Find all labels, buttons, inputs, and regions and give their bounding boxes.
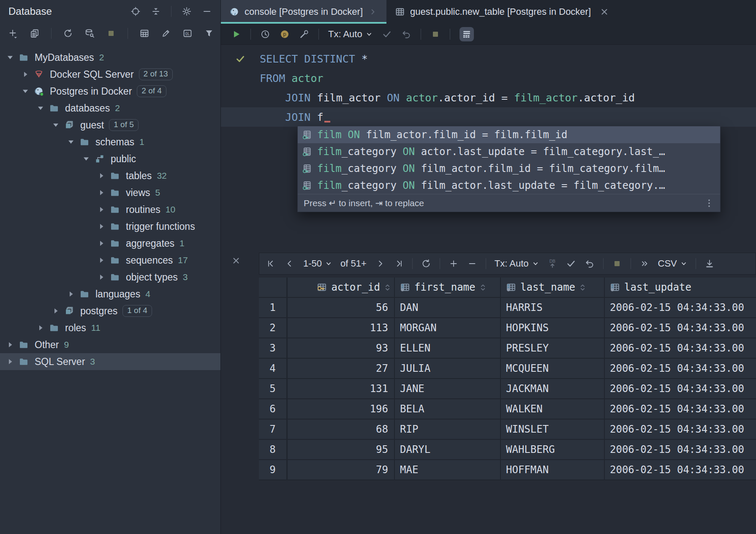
tree-item-public[interactable]: public	[0, 150, 220, 167]
more-options-icon[interactable]	[704, 198, 714, 208]
profile-p-button[interactable]: p	[280, 29, 290, 39]
grid-cell-first_name[interactable]: DAN	[395, 298, 501, 318]
tx-auto-dropdown[interactable]: Tx: Auto	[328, 29, 373, 40]
stop-button[interactable]	[430, 29, 441, 39]
tree-item-routines[interactable]: routines10	[0, 201, 220, 218]
grid-cell-last_name[interactable]: WAHLBERG	[501, 440, 605, 460]
tab-guest-public-new-table-postgres-in-docker[interactable]: guest.public.new_table [Postgres in Dock…	[386, 0, 618, 24]
grid-cell-last_name[interactable]: MCQUEEN	[501, 359, 605, 379]
chevron-right-icon[interactable]	[67, 290, 75, 298]
grid-cell-actor_id[interactable]: 93	[288, 338, 395, 359]
grid-cell-last_update[interactable]: 2006-02-15 04:34:33.00	[605, 440, 756, 460]
tree-item-guest[interactable]: guest1 of 5	[0, 117, 220, 134]
chevron-right-icon[interactable]	[97, 205, 106, 214]
close-results-icon[interactable]	[231, 256, 241, 267]
download-button[interactable]	[704, 259, 715, 269]
column-header-actor_id[interactable]: actor_id	[288, 278, 395, 298]
completion-item[interactable]: film_category ON actor.last_update = fil…	[298, 143, 720, 160]
db-upload-button[interactable]: DB	[547, 259, 557, 269]
prev-button[interactable]	[285, 259, 295, 269]
chevron-right-icon[interactable]	[6, 357, 14, 366]
grid-cell-actor_id[interactable]: 79	[288, 460, 395, 480]
close-tab-icon[interactable]	[599, 7, 609, 17]
grid-cell-actor_id[interactable]: 196	[288, 399, 395, 420]
chevron-right-icon[interactable]	[97, 273, 106, 281]
tree-item-languages[interactable]: languages4	[0, 286, 220, 302]
grid-cell-first_name[interactable]: JULIA	[395, 359, 501, 379]
grid-cell-first_name[interactable]: BELA	[395, 399, 501, 420]
first-button[interactable]	[266, 259, 276, 269]
completion-item[interactable]: film_category ON film_actor.last_update …	[298, 177, 720, 194]
chevron-down-icon[interactable]	[6, 53, 14, 62]
chevron-down-icon[interactable]	[82, 155, 90, 163]
chevrons-right-button[interactable]	[639, 259, 650, 269]
grid-cell-first_name[interactable]: ELLEN	[395, 338, 501, 359]
undo-button[interactable]	[585, 259, 595, 269]
grid-cell-last_name[interactable]: WALKEN	[501, 399, 605, 420]
locate-button[interactable]	[131, 6, 141, 16]
chevron-right-icon[interactable]	[97, 222, 106, 231]
tree-item-mydatabases[interactable]: MyDatabases2	[0, 49, 220, 66]
add-button[interactable]	[8, 28, 18, 38]
wrench-button[interactable]	[299, 29, 309, 39]
tree-item-object-types[interactable]: object types3	[0, 269, 220, 286]
chevron-right-icon[interactable]	[21, 70, 30, 79]
grid-cell-last_name[interactable]: JACKMAN	[501, 379, 605, 399]
tree-item-docker-sql-server[interactable]: Docker SQL Server2 of 13	[0, 66, 220, 83]
next-button[interactable]	[375, 259, 385, 269]
chevron-down-icon[interactable]	[52, 121, 60, 129]
row-number[interactable]: 4	[259, 359, 288, 379]
edit-button[interactable]	[161, 28, 171, 38]
check-button[interactable]	[566, 259, 576, 269]
tree-item-views[interactable]: views5	[0, 184, 220, 201]
row-number[interactable]: 6	[259, 399, 288, 420]
clock-button[interactable]	[260, 29, 270, 39]
chevron-right-icon[interactable]	[97, 256, 106, 264]
tree-item-postgres[interactable]: postgres1 of 4	[0, 302, 220, 319]
completion-item[interactable]: film ON film_actor.film_id = film.film_i…	[298, 126, 720, 143]
grid-cell-last_name[interactable]: HOFFMAN	[501, 460, 605, 480]
settings-button[interactable]	[182, 6, 192, 16]
grid-cell-actor_id[interactable]: 27	[288, 359, 395, 379]
undo-button[interactable]	[401, 29, 411, 39]
column-header-last_name[interactable]: last_name	[501, 278, 605, 298]
tree-item-tables[interactable]: tables32	[0, 167, 220, 184]
stop-button[interactable]	[106, 28, 116, 38]
sql-editor[interactable]: SELECT DISTINCT *FROM actor JOIN film_ac…	[221, 45, 756, 127]
grid-cell-last_update[interactable]: 2006-02-15 04:34:33.00	[605, 359, 756, 379]
grid-cell-last_update[interactable]: 2006-02-15 04:34:33.00	[605, 318, 756, 338]
tree-item-roles[interactable]: roles11	[0, 319, 220, 336]
tree-item-schemas[interactable]: schemas1	[0, 134, 220, 150]
grid-cell-last_update[interactable]: 2006-02-15 04:34:33.00	[605, 379, 756, 399]
last-button[interactable]	[394, 259, 404, 269]
row-number[interactable]: 9	[259, 460, 288, 480]
console-button[interactable]: QL	[182, 28, 193, 38]
grid-cell-last_update[interactable]: 2006-02-15 04:34:33.00	[605, 298, 756, 318]
tree-item-aggregates[interactable]: aggregates1	[0, 235, 220, 252]
grid-cell-last_update[interactable]: 2006-02-15 04:34:33.00	[605, 420, 756, 440]
tree-item-sequences[interactable]: sequences17	[0, 252, 220, 269]
filter-button[interactable]	[204, 28, 214, 38]
column-header-first_name[interactable]: first_name	[395, 278, 501, 298]
grid-cell-last_update[interactable]: 2006-02-15 04:34:33.00	[605, 399, 756, 420]
duplicate-button[interactable]	[30, 28, 40, 38]
chevron-right-icon[interactable]	[97, 239, 106, 248]
chevron-down-icon[interactable]	[36, 104, 45, 112]
grid-cell-first_name[interactable]: MAE	[395, 460, 501, 480]
refresh-button[interactable]	[63, 28, 73, 38]
grid-cell-last_name[interactable]: HARRIS	[501, 298, 605, 318]
refresh-button[interactable]	[421, 259, 431, 269]
chevron-down-icon[interactable]	[67, 138, 75, 146]
grid-cell-first_name[interactable]: JANE	[395, 379, 501, 399]
1-50-dropdown[interactable]: 1-50	[303, 258, 332, 269]
tree-item-postgres-in-docker[interactable]: Postgres in Docker2 of 4	[0, 83, 220, 100]
column-header-last_update[interactable]: last_update	[605, 278, 756, 298]
tx-auto-dropdown[interactable]: Tx: Auto	[495, 258, 539, 269]
grid-cell-last_update[interactable]: 2006-02-15 04:34:33.00	[605, 460, 756, 480]
grid-cell-last_name[interactable]: PRESLEY	[501, 338, 605, 359]
stop-button[interactable]	[612, 259, 622, 269]
modify-button[interactable]	[84, 28, 95, 38]
collapse-all-button[interactable]	[151, 6, 161, 16]
plus-button[interactable]	[449, 259, 459, 269]
grid-cell-last_name[interactable]: HOPKINS	[501, 318, 605, 338]
